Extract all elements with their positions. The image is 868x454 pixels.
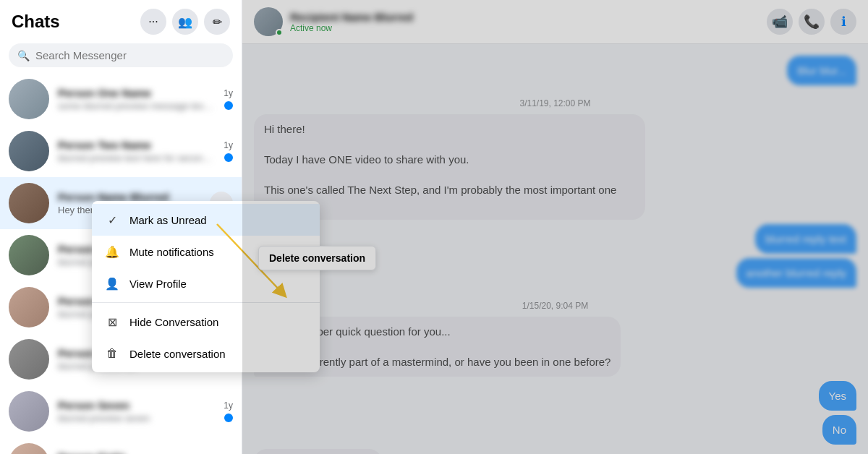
menu-label-delete: Delete conversation bbox=[129, 348, 226, 360]
voice-call-button[interactable]: 📞 bbox=[799, 9, 825, 35]
chat-name: Person Eight bbox=[58, 451, 215, 454]
message-bubble: blurred reply text bbox=[755, 224, 856, 254]
menu-item-delete[interactable]: 🗑 Delete conversation bbox=[92, 338, 320, 369]
main-chat-area: Recipient Name Blurred Active now 📹 📞 ℹ … bbox=[242, 0, 868, 454]
search-box: 🔍 bbox=[9, 43, 233, 67]
chat-item[interactable]: Person Seven blurred preview seven 1y bbox=[0, 385, 242, 437]
person-icon: 👤 bbox=[103, 275, 121, 292]
video-call-button[interactable]: 📹 bbox=[767, 9, 793, 35]
people-icon: 👥 bbox=[178, 15, 192, 29]
active-status: Active now bbox=[290, 23, 413, 33]
chat-time: 1y bbox=[224, 401, 233, 411]
message-bubble: No bbox=[822, 415, 856, 445]
online-status-dot bbox=[276, 29, 283, 36]
chat-name: Person One Name bbox=[58, 87, 215, 99]
message-row: No bbox=[254, 415, 856, 445]
menu-label-view-profile: View Profile bbox=[129, 278, 187, 290]
message-row: Hi there! Today I have ONE video to shar… bbox=[254, 114, 856, 220]
chat-meta: 1y bbox=[224, 401, 233, 422]
compose-button[interactable]: ✏ bbox=[204, 9, 230, 35]
chat-time: 1y bbox=[224, 140, 233, 150]
chat-preview: blurred preview seven bbox=[58, 413, 215, 424]
unread-indicator bbox=[224, 153, 233, 162]
chat-name: Person Seven bbox=[58, 399, 215, 411]
message-bubble: Blur blur... bbox=[787, 56, 856, 85]
bell-icon: 🔔 bbox=[103, 243, 121, 260]
unread-indicator bbox=[224, 101, 233, 110]
menu-divider bbox=[92, 302, 320, 303]
message-row: What's a mastermind? bbox=[254, 449, 856, 454]
avatar bbox=[9, 79, 49, 119]
info-icon: ℹ bbox=[841, 14, 846, 30]
menu-item-hide[interactable]: ⊠ Hide Conversation bbox=[92, 306, 320, 338]
chat-item[interactable]: Person One Name some blurred preview mes… bbox=[0, 73, 242, 125]
message-bubble: another blurred reply bbox=[736, 258, 856, 288]
chat-info: Person Eight blurred preview eight bbox=[58, 451, 215, 454]
message-row: I have a super quick question for you...… bbox=[254, 317, 856, 377]
video-icon: 📹 bbox=[772, 14, 788, 30]
message-row: Yes bbox=[254, 381, 856, 411]
chat-time: 1y bbox=[224, 88, 233, 98]
chat-header-right: 📹 📞 ℹ bbox=[767, 9, 856, 35]
chat-item[interactable]: Person Two Name blurred preview text her… bbox=[0, 125, 242, 177]
tooltip-delete-conversation: Delete conversation bbox=[258, 246, 376, 270]
check-icon: ✓ bbox=[103, 211, 121, 228]
header-icons: ··· 👥 ✏ bbox=[140, 9, 230, 35]
hide-icon: ⊠ bbox=[103, 313, 121, 330]
chat-info: Person Two Name blurred preview text her… bbox=[58, 139, 215, 163]
date-separator: 3/11/19, 12:00 PM bbox=[254, 98, 856, 108]
search-container: 🔍 bbox=[0, 40, 242, 73]
menu-label-hide: Hide Conversation bbox=[129, 316, 218, 328]
message-bubble: Yes bbox=[819, 381, 856, 411]
chat-meta: 1y bbox=[224, 88, 233, 110]
avatar bbox=[9, 287, 49, 327]
more-options-button[interactable]: ··· bbox=[140, 9, 166, 35]
chat-header-left: Recipient Name Blurred Active now bbox=[254, 7, 413, 36]
avatar bbox=[9, 391, 49, 432]
tooltip-text: Delete conversation bbox=[269, 252, 365, 264]
chat-preview: some blurred preview message text here bbox=[58, 100, 215, 111]
unread-indicator bbox=[224, 414, 233, 422]
menu-item-view-profile[interactable]: 👤 View Profile bbox=[92, 267, 320, 299]
info-button[interactable]: ℹ bbox=[830, 9, 856, 35]
chat-header-name: Recipient Name Blurred bbox=[290, 11, 413, 23]
avatar bbox=[9, 183, 49, 223]
avatar bbox=[9, 443, 49, 454]
context-menu: ✓ Mark as Unread 🔔 Mute notifications 👤 … bbox=[92, 201, 320, 372]
chat-item[interactable]: Person Eight blurred preview eight 1y bbox=[0, 437, 242, 454]
date-separator: 1/15/20, 9:04 PM bbox=[254, 301, 856, 311]
avatar bbox=[9, 235, 49, 275]
message-bubble: What's a mastermind? bbox=[254, 449, 382, 454]
search-input[interactable] bbox=[35, 49, 224, 61]
chat-info: Person Seven blurred preview seven bbox=[58, 399, 215, 424]
chat-preview: blurred preview text here for second per… bbox=[58, 153, 215, 163]
avatar bbox=[9, 339, 49, 380]
sidebar-header: Chats ··· 👥 ✏ bbox=[0, 0, 242, 40]
compose-icon: ✏ bbox=[213, 15, 222, 29]
menu-label-mark-unread: Mark as Unread bbox=[129, 214, 207, 226]
chat-name: Person Two Name bbox=[58, 139, 215, 151]
sidebar-title: Chats bbox=[12, 12, 60, 32]
new-group-button[interactable]: 👥 bbox=[172, 9, 198, 35]
message-row: Blur blur... bbox=[254, 56, 856, 85]
trash-icon: 🗑 bbox=[103, 345, 121, 362]
dots-icon: ··· bbox=[148, 15, 158, 28]
chat-info: Person One Name some blurred preview mes… bbox=[58, 87, 215, 111]
menu-item-mark-unread[interactable]: ✓ Mark as Unread bbox=[92, 204, 320, 236]
search-icon: 🔍 bbox=[17, 50, 30, 61]
phone-icon: 📞 bbox=[804, 14, 820, 30]
sidebar: Chats ··· 👥 ✏ 🔍 Person One Name some blu… bbox=[0, 0, 242, 454]
chat-meta: 1y bbox=[224, 140, 233, 162]
avatar bbox=[9, 131, 49, 171]
chat-header: Recipient Name Blurred Active now 📹 📞 ℹ bbox=[242, 0, 868, 44]
menu-label-mute: Mute notifications bbox=[129, 246, 214, 258]
